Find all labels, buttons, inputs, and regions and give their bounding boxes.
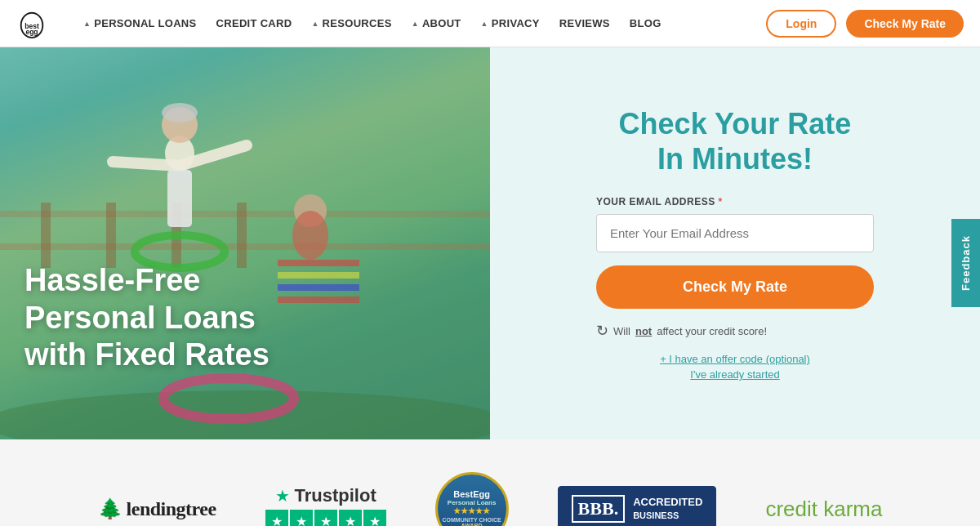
bbb-logo: BBB. (572, 495, 626, 523)
tp-star-3: ★ (314, 510, 337, 526)
arrow-icon: ▲ (481, 20, 488, 28)
nav-links: ▲ PERSONAL LOANS CREDIT CARD ▲ RESOURCES… (75, 12, 766, 34)
svg-rect-14 (278, 296, 359, 303)
nav-actions: Login Check My Rate (766, 10, 964, 38)
bbb-badge: BBB. ACCREDITED BUSINESS (558, 486, 717, 526)
form-title: Check Your Rate In Minutes! (619, 106, 852, 176)
svg-rect-10 (237, 203, 247, 268)
svg-point-23 (292, 211, 328, 260)
nav-item-privacy[interactable]: ▲ PRIVACY (473, 12, 548, 34)
svg-rect-13 (278, 284, 359, 291)
trustpilot-badge: ★ Trustpilot ★ ★ ★ ★ ★ (265, 485, 386, 526)
nav-item-credit-card[interactable]: CREDIT CARD (208, 12, 301, 34)
tp-star-1: ★ (265, 510, 288, 526)
svg-text:egg: egg (25, 28, 38, 36)
shield-icon: ↻ (596, 322, 608, 340)
tp-star-2: ★ (290, 510, 313, 526)
bestegg-badge-circle: BestEgg Personal Loans ★★★★★ COMMUNITY C… (435, 472, 509, 526)
tree-icon: 🌲 (98, 498, 122, 519)
offer-links: + I have an offer code (optional) I've a… (596, 353, 874, 381)
hero-text-overlay: Hassle-Free Personal Loans with Fixed Ra… (24, 262, 270, 374)
nav-item-blog[interactable]: BLOG (621, 12, 670, 34)
hero-image: Hassle-Free Personal Loans with Fixed Ra… (0, 47, 490, 439)
svg-rect-8 (106, 203, 116, 268)
email-input[interactable] (596, 214, 874, 252)
hero-form-panel: Check Your Rate In Minutes! YOUR EMAIL A… (490, 47, 980, 439)
tp-star-4: ★ (339, 510, 362, 526)
trustpilot-header: ★ Trustpilot (275, 485, 376, 506)
already-started-link[interactable]: I've already started (690, 368, 779, 381)
svg-point-17 (162, 103, 198, 123)
offer-code-link[interactable]: + I have an offer code (optional) (660, 353, 810, 365)
navbar: best egg ▲ PERSONAL LOANS CREDIT CARD ▲ … (0, 0, 980, 47)
creditkarma-logo: credit karma (765, 497, 882, 522)
arrow-icon: ▲ (311, 20, 318, 28)
badges-row: 🌲 lendingtree ★ Trustpilot ★ ★ ★ ★ ★ (82, 472, 898, 526)
nav-item-reviews[interactable]: REVIEWS (551, 12, 618, 34)
creditkarma-badge: credit karma (765, 497, 882, 522)
tp-star-5: ★ (363, 510, 386, 526)
arrow-icon: ▲ (83, 20, 91, 28)
nav-item-personal-loans[interactable]: ▲ PERSONAL LOANS (75, 12, 205, 34)
lendingtree-badge: 🌲 lendingtree (98, 497, 216, 520)
svg-rect-11 (278, 260, 359, 266)
trustpilot-star-icon: ★ (275, 486, 290, 506)
bbb-badge-container: BBB. ACCREDITED BUSINESS (558, 486, 717, 526)
lendingtree-logo: 🌲 lendingtree (98, 497, 216, 520)
trustpilot-logo: ★ Trustpilot ★ ★ ★ ★ ★ (265, 485, 386, 526)
credit-note: ↻ Will not affect your credit score! (596, 322, 874, 340)
email-label: YOUR EMAIL ADDRESS * (596, 196, 874, 207)
trustpilot-stars: ★ ★ ★ ★ ★ (265, 510, 386, 526)
feedback-tab[interactable]: Feedback (951, 219, 980, 307)
hero-headline: Hassle-Free Personal Loans with Fixed Ra… (24, 262, 270, 374)
arrow-icon: ▲ (412, 20, 419, 28)
hero-section: Hassle-Free Personal Loans with Fixed Ra… (0, 47, 980, 439)
svg-line-18 (113, 162, 180, 166)
required-indicator: * (719, 196, 723, 207)
svg-rect-7 (41, 203, 51, 268)
bestegg-badge-inner: BestEgg Personal Loans ★★★★★ COMMUNITY C… (443, 489, 501, 526)
check-rate-nav-button[interactable]: Check My Rate (846, 10, 964, 38)
logo[interactable]: best egg (16, 8, 51, 39)
bestegg-award-badge: BestEgg Personal Loans ★★★★★ COMMUNITY C… (435, 472, 509, 526)
svg-rect-12 (278, 272, 359, 279)
badges-section: 🌲 lendingtree ★ Trustpilot ★ ★ ★ ★ ★ (0, 439, 980, 526)
nav-item-about[interactable]: ▲ ABOUT (403, 12, 470, 34)
svg-rect-20 (167, 170, 192, 227)
nav-item-resources[interactable]: ▲ RESOURCES (303, 12, 399, 34)
login-button[interactable]: Login (766, 10, 836, 38)
bbb-text: ACCREDITED BUSINESS (633, 496, 702, 521)
check-rate-main-button[interactable]: Check My Rate (596, 265, 874, 309)
badge-stars: ★★★★★ (443, 506, 501, 515)
